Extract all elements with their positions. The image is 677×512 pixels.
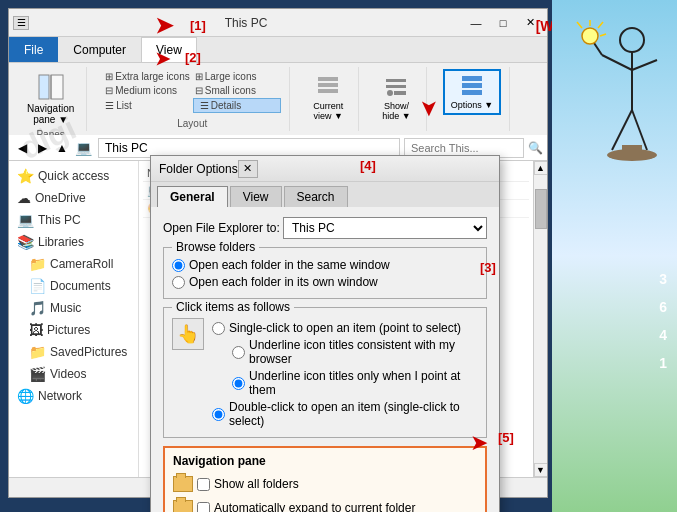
sidebar-item-saved-pictures[interactable]: 📁 SavedPictures xyxy=(9,341,138,363)
scroll-up-button[interactable]: ▲ xyxy=(534,161,548,175)
same-window-radio[interactable]: Open each folder in the same window xyxy=(172,258,478,272)
large-icons-option[interactable]: ⊞Large icons xyxy=(193,70,281,83)
dialog-content: Open File Explorer to: This PC Browse fo… xyxy=(151,207,499,512)
videos-icon: 🎬 xyxy=(29,366,46,382)
svg-line-21 xyxy=(577,22,582,28)
svg-rect-7 xyxy=(386,85,406,88)
svg-rect-26 xyxy=(622,145,642,157)
layout-options: ⊞Extra large icons ⊞Large icons ⊟Medium … xyxy=(103,69,281,114)
options-button[interactable]: Options ▼ xyxy=(443,69,501,115)
dialog-title-bar: Folder Options ✕ xyxy=(151,156,499,182)
nav-pane-icon xyxy=(35,71,67,103)
music-icon: 🎵 xyxy=(29,300,46,316)
single-click-radio[interactable]: Single-click to open an item (point to s… xyxy=(212,321,478,335)
onedrive-icon: ☁ xyxy=(17,190,31,206)
navigation-pane-button[interactable]: Navigationpane ▼ xyxy=(23,69,78,127)
saved-pictures-icon: 📁 xyxy=(29,344,46,360)
forward-button[interactable]: ▶ xyxy=(33,139,51,157)
auto-expand-checkbox[interactable]: Automatically expand to current folder xyxy=(197,501,415,512)
svg-rect-1 xyxy=(51,75,63,99)
svg-line-15 xyxy=(602,55,632,70)
svg-rect-9 xyxy=(394,91,406,95)
dialog-tab-search[interactable]: Search xyxy=(284,186,348,207)
search-icon[interactable]: 🔍 xyxy=(528,141,543,155)
show-hide-button[interactable]: Show/hide ▼ xyxy=(375,69,417,125)
list-option[interactable]: ☰List xyxy=(103,98,191,113)
title-bar-icons: ☰ xyxy=(13,16,29,30)
sidebar-item-pictures[interactable]: 🖼 Pictures xyxy=(9,319,138,341)
title-bar: ☰ This PC — □ ✕ xyxy=(9,9,547,37)
svg-rect-11 xyxy=(462,83,482,88)
sidebar-item-quick-access[interactable]: ⭐ Quick access xyxy=(9,165,138,187)
sidebar-item-libraries[interactable]: 📚 Libraries xyxy=(9,231,138,253)
show-all-folders-checkbox[interactable]: Show all folders xyxy=(197,477,299,491)
sidebar-item-onedrive[interactable]: ☁ OneDrive xyxy=(9,187,138,209)
dialog-close-button[interactable]: ✕ xyxy=(238,160,258,178)
up-button[interactable]: ▲ xyxy=(53,139,71,157)
dialog-tab-general[interactable]: General xyxy=(157,186,228,207)
small-icons-option[interactable]: ⊟Small icons xyxy=(193,84,281,97)
svg-line-24 xyxy=(600,34,606,36)
current-view-button[interactable]: Currentview ▼ xyxy=(306,69,350,125)
minimize-button[interactable]: — xyxy=(463,12,489,34)
open-to-select[interactable]: This PC xyxy=(283,217,487,239)
back-button[interactable]: ◀ xyxy=(13,139,31,157)
documents-icon: 📄 xyxy=(29,278,46,294)
svg-rect-12 xyxy=(462,90,482,95)
sidebar-item-videos[interactable]: 🎬 Videos xyxy=(9,363,138,385)
double-click-radio[interactable]: Double-click to open an item (single-cli… xyxy=(212,400,478,428)
nav-pane-label: Navigationpane ▼ xyxy=(27,103,74,125)
click-radio-group: Single-click to open an item (point to s… xyxy=(212,318,478,431)
ribbon-content: Navigationpane ▼ Panes ⊞Extra large icon… xyxy=(9,63,547,135)
window-controls: — □ ✕ xyxy=(463,12,543,34)
show-all-row: Show all folders xyxy=(173,474,477,494)
underline-point-radio[interactable]: Underline icon titles only when I point … xyxy=(232,369,478,397)
ribbon-group-panes: Navigationpane ▼ Panes xyxy=(15,67,87,131)
medium-icons-option[interactable]: ⊟Medium icons xyxy=(103,84,191,97)
ribbon-group-options: Options ▼ xyxy=(435,67,510,131)
tab-computer[interactable]: Computer xyxy=(58,37,141,62)
click-icon: 👆 xyxy=(172,318,204,350)
svg-point-13 xyxy=(620,28,644,52)
dialog-tab-view[interactable]: View xyxy=(230,186,282,207)
details-option[interactable]: ☰Details xyxy=(193,98,281,113)
sidebar: ⭐ Quick access ☁ OneDrive 💻 This PC 📚 Li… xyxy=(9,161,139,477)
svg-line-17 xyxy=(632,60,657,70)
layout-group-label: Layout xyxy=(177,118,207,129)
libraries-icon: 📚 xyxy=(17,234,34,250)
this-pc-sidebar-icon: 💻 xyxy=(17,212,34,228)
current-view-label: Currentview ▼ xyxy=(313,101,343,121)
sidebar-item-documents[interactable]: 📄 Documents xyxy=(9,275,138,297)
auto-expand-row: Automatically expand to current folder xyxy=(173,498,477,512)
side-numbers: 3 6 4 1 xyxy=(659,265,667,377)
svg-point-20 xyxy=(582,28,598,44)
options-label: Options ▼ xyxy=(451,100,493,110)
browse-folders-title: Browse folders xyxy=(172,240,259,254)
scroll-down-button[interactable]: ▼ xyxy=(534,463,548,477)
scrollbar: ▲ ▼ xyxy=(533,161,547,477)
svg-point-8 xyxy=(387,90,393,96)
dialog-tabs: General View Search xyxy=(151,182,499,207)
sidebar-item-network[interactable]: 🌐 Network xyxy=(9,385,138,407)
pictures-icon: 🖼 xyxy=(29,322,43,338)
window-title: This PC xyxy=(29,16,463,30)
svg-rect-0 xyxy=(39,75,49,99)
tab-view[interactable]: View xyxy=(141,37,197,62)
sidebar-item-music[interactable]: 🎵 Music xyxy=(9,297,138,319)
scroll-thumb[interactable] xyxy=(535,189,547,229)
quick-access-toolbar[interactable]: ☰ xyxy=(13,16,29,30)
extra-large-icons-option[interactable]: ⊞Extra large icons xyxy=(103,70,191,83)
ribbon-group-current-view: Currentview ▼ xyxy=(298,67,359,131)
show-hide-label: Show/hide ▼ xyxy=(382,101,410,121)
sidebar-item-this-pc[interactable]: 💻 This PC xyxy=(9,209,138,231)
folder-icon-1 xyxy=(173,476,193,492)
sidebar-item-camera-roll[interactable]: 📁 CameraRoll xyxy=(9,253,138,275)
maximize-button[interactable]: □ xyxy=(490,12,516,34)
open-to-row: Open File Explorer to: This PC xyxy=(163,217,487,239)
own-window-radio[interactable]: Open each folder in its own window xyxy=(172,275,478,289)
show-hide-icon xyxy=(382,73,410,101)
underline-browser-radio[interactable]: Underline icon titles consistent with my… xyxy=(232,338,478,366)
folder-options-dialog[interactable]: Folder Options ✕ General View Search Ope… xyxy=(150,155,500,512)
tab-file[interactable]: File xyxy=(9,37,58,62)
ribbon-group-layout: ⊞Extra large icons ⊞Large icons ⊟Medium … xyxy=(95,67,290,131)
